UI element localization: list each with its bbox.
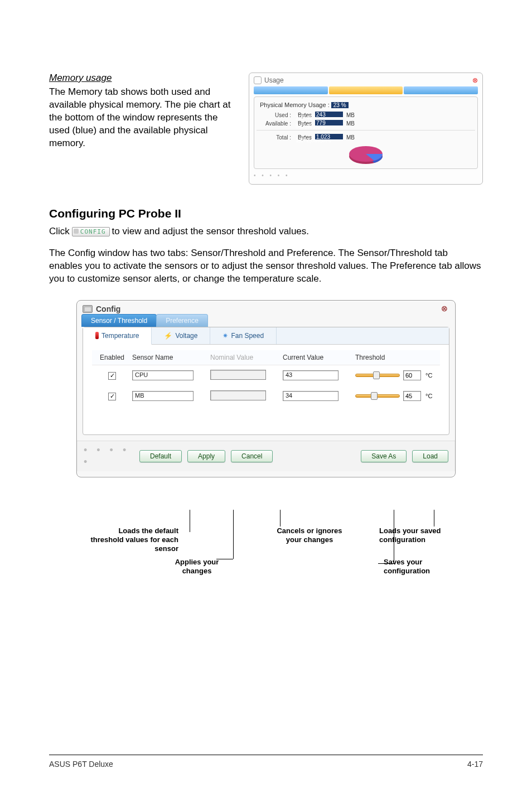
sensor-row-mb: MB 34 45 °C — [92, 386, 440, 407]
col-nominal-value: Nominal Value — [210, 354, 283, 361]
subtab-label: Temperature — [101, 332, 139, 340]
subtab-voltage[interactable]: ⚡ Voltage — [152, 327, 210, 344]
annot-line — [394, 510, 394, 563]
usage-inner-title: Physical Memory Usage : 23 % — [260, 102, 472, 108]
row-label: Used : — [260, 112, 291, 118]
row-unit2: MB — [346, 112, 355, 118]
threshold-slider[interactable] — [355, 374, 400, 377]
subtab-temperature[interactable]: Temperature — [83, 327, 152, 345]
cancel-button[interactable]: Cancel — [231, 450, 273, 462]
row-mb: 1,023 — [316, 134, 330, 140]
config-description-paragraph: The Config window has two tabs: Sensor/T… — [49, 247, 483, 286]
usage-tab-3[interactable] — [404, 86, 478, 94]
annot-line — [280, 510, 280, 526]
col-current-value: Current Value — [283, 354, 355, 361]
usage-app-icon — [254, 76, 262, 84]
memory-usage-heading: Memory usage — [49, 73, 239, 84]
apply-button[interactable]: Apply — [187, 450, 225, 462]
row-mb: 243 — [316, 112, 326, 118]
col-enabled: Enabled — [92, 354, 132, 361]
annot-saves: Saves your configuration — [384, 558, 467, 576]
slider-thumb[interactable] — [373, 371, 380, 379]
memory-pie-chart — [346, 143, 385, 166]
enable-checkbox[interactable] — [108, 393, 116, 400]
current-value-field: 43 — [283, 370, 338, 380]
annot-loads-default: Loads the default threshold values for e… — [89, 526, 178, 554]
save-as-button[interactable]: Save As — [361, 450, 407, 462]
sensor-row-cpu: CPU 43 60 °C — [92, 365, 440, 386]
usage-tab-1[interactable] — [254, 86, 328, 94]
subtab-fan-speed[interactable]: ✷ Fan Speed — [210, 327, 277, 344]
usage-panel: Usage ⊗ Physical Memory Usage : 23 % Use… — [249, 73, 483, 185]
usage-inner-title-text: Physical Memory Usage : — [260, 102, 330, 108]
panel-dots: • • • • • — [254, 172, 478, 178]
annot-line — [190, 510, 190, 532]
usage-percent-badge: 23 % — [331, 102, 349, 108]
config-window-title: Config — [96, 305, 120, 313]
default-button[interactable]: Default — [139, 450, 182, 462]
annot-cancels: Cancels or ignores your changes — [273, 526, 346, 545]
load-button[interactable]: Load — [412, 450, 448, 462]
annot-line — [434, 510, 434, 526]
row-unit2: MB — [346, 120, 355, 127]
tab-sensor-threshold[interactable]: Sensor / Threshold — [81, 314, 157, 327]
sensor-name-field[interactable]: CPU — [132, 370, 194, 380]
slider-thumb[interactable] — [371, 392, 378, 400]
unit-label: °C — [425, 393, 432, 399]
usage-row-used: Used : 255,467,520 Bytes 243 MB — [260, 112, 472, 118]
footer-left: ASUS P6T Deluxe — [49, 760, 113, 769]
threshold-value-field[interactable]: 60 — [403, 370, 421, 380]
row-label: Total : — [260, 134, 291, 141]
tab-preference[interactable]: Preference — [156, 314, 208, 327]
close-icon[interactable]: ⊗ — [472, 76, 478, 84]
col-threshold: Threshold — [355, 354, 440, 361]
nominal-value-field — [210, 390, 266, 400]
close-icon[interactable]: ⊗ — [439, 304, 449, 314]
annot-line — [216, 559, 233, 559]
grid-header: Enabled Sensor Name Nominal Value Curren… — [92, 350, 440, 365]
footer-right: 4-17 — [467, 760, 483, 769]
sensor-name-field[interactable]: MB — [132, 391, 194, 401]
current-value-field: 34 — [283, 391, 338, 401]
voltage-icon: ⚡ — [164, 332, 172, 340]
annot-line — [378, 563, 394, 564]
config-badge-button[interactable]: CONFIG — [72, 227, 110, 236]
annot-applies: Applies your changes — [161, 558, 233, 576]
threshold-value-field[interactable]: 45 — [403, 391, 421, 401]
config-window: Config ⊗ Sensor / Threshold Preference T… — [76, 300, 456, 477]
thermometer-icon — [95, 332, 99, 339]
annot-line — [233, 510, 234, 559]
row-unit2: MB — [346, 134, 355, 141]
config-window-icon — [83, 305, 93, 313]
nominal-value-field — [210, 370, 266, 380]
click-text-pre: Click — [49, 226, 70, 237]
enable-checkbox[interactable] — [108, 372, 116, 380]
configuring-heading: Configuring PC Probe II — [49, 207, 483, 220]
button-row-dots: • • • • • — [84, 445, 134, 468]
threshold-slider[interactable] — [355, 394, 400, 398]
fan-icon: ✷ — [223, 332, 228, 340]
memory-usage-paragraph: The Memory tab shows both used and avail… — [49, 86, 239, 150]
subtab-label: Voltage — [175, 332, 197, 340]
click-text-post: to view and adjust the sensor threshold … — [112, 226, 309, 237]
col-sensor-name: Sensor Name — [132, 354, 210, 361]
usage-row-total: Total : 1,072,869,376 Bytes 1,023 MB — [260, 134, 472, 141]
row-label: Available : — [260, 120, 291, 127]
usage-tab-2[interactable] — [329, 86, 403, 94]
subtab-label: Fan Speed — [231, 332, 264, 340]
row-mb: 779 — [316, 120, 326, 126]
usage-row-available: Available : 817,401,856 Bytes 779 MB — [260, 120, 472, 127]
unit-label: °C — [425, 372, 432, 379]
usage-panel-title: Usage — [264, 76, 284, 84]
